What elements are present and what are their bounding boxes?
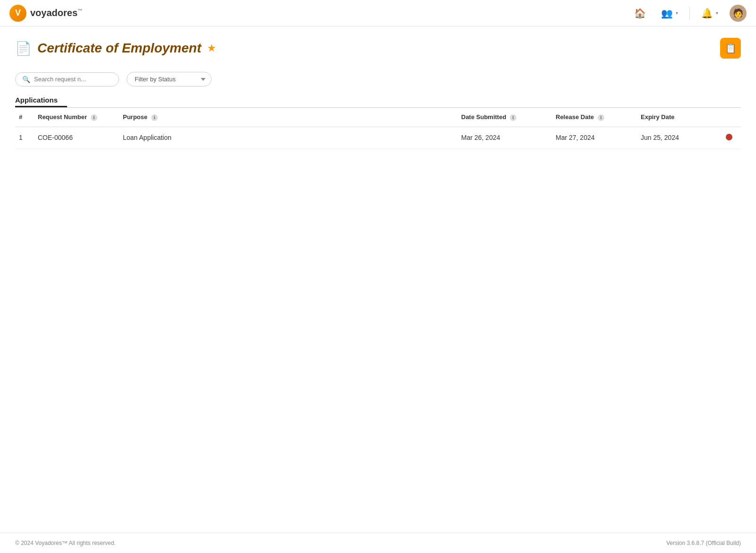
page-title-area: 📄 Certificate of Employment ★	[15, 41, 216, 56]
page-title: Certificate of Employment	[37, 41, 201, 56]
footer: © 2024 Voyadores™ All rights reserved. V…	[0, 533, 756, 553]
main-content: 📄 Certificate of Employment ★ 📋 🔍 Filter…	[0, 26, 756, 533]
logo-area: V voyadores™	[9, 5, 630, 22]
sort-icon-date-submitted[interactable]: ℹ	[510, 114, 516, 121]
cell-date-submitted: Mar 26, 2024	[457, 127, 552, 148]
cell-request-number: COE-00066	[34, 127, 119, 148]
cell-status	[722, 127, 741, 148]
footer-copyright: © 2024 Voyadores™ All rights reserved.	[15, 540, 116, 546]
col-header-release-date: Release Date ℹ	[552, 108, 637, 127]
col-header-purpose: Purpose ℹ	[119, 108, 457, 127]
bell-caret: ▾	[716, 10, 718, 16]
favorite-star-icon[interactable]: ★	[207, 42, 216, 54]
people-caret: ▾	[676, 10, 678, 16]
filter-row: 🔍 Filter by Status Pending Approved Expi…	[15, 72, 741, 86]
logo-icon: V	[9, 5, 26, 22]
logo-tm: ™	[77, 8, 82, 13]
navbar: V voyadores™ 🏠 👥 ▾ 🔔 ▾ 🧑	[0, 0, 756, 26]
sort-icon-release-date[interactable]: ℹ	[598, 114, 604, 121]
avatar[interactable]: 🧑	[730, 5, 747, 22]
table-header: # Request Number ℹ Purpose ℹ Date Submit…	[15, 108, 741, 127]
table-body: 1 COE-00066 Loan Application Mar 26, 202…	[15, 127, 741, 148]
home-icon: 🏠	[634, 8, 646, 19]
sort-icon-purpose[interactable]: ℹ	[151, 114, 158, 121]
navbar-actions: 🏠 👥 ▾ 🔔 ▾ 🧑	[630, 5, 747, 22]
new-document-icon: 📋	[725, 43, 737, 54]
page-header: 📄 Certificate of Employment ★ 📋	[15, 38, 741, 59]
table-header-row: # Request Number ℹ Purpose ℹ Date Submit…	[15, 108, 741, 127]
col-header-expiry-date: Expiry Date	[637, 108, 722, 127]
bell-icon: 🔔	[701, 8, 713, 19]
status-dot	[726, 134, 732, 140]
col-header-status	[722, 108, 741, 127]
status-filter-select[interactable]: Filter by Status Pending Approved Expire…	[127, 72, 212, 86]
search-box: 🔍	[15, 72, 119, 86]
section-label: Applications	[15, 96, 741, 104]
sort-icon-request[interactable]: ℹ	[91, 114, 97, 121]
new-document-button[interactable]: 📋	[720, 38, 741, 59]
notifications-button[interactable]: 🔔 ▾	[697, 6, 722, 21]
applications-table: # Request Number ℹ Purpose ℹ Date Submit…	[15, 108, 741, 149]
cell-num: 1	[15, 127, 34, 148]
logo-text: voyadores™	[30, 8, 82, 18]
people-button[interactable]: 👥 ▾	[657, 6, 682, 21]
footer-version: Version 3.6.8.7 (Official Build)	[666, 540, 741, 546]
table-row[interactable]: 1 COE-00066 Loan Application Mar 26, 202…	[15, 127, 741, 148]
nav-divider	[689, 7, 690, 20]
home-button[interactable]: 🏠	[630, 6, 650, 21]
search-input[interactable]	[34, 76, 112, 83]
cell-purpose: Loan Application	[119, 127, 457, 148]
col-header-num: #	[15, 108, 34, 127]
avatar-image: 🧑	[733, 8, 743, 18]
applications-section: Applications # Request Number ℹ Purpose …	[15, 96, 741, 149]
cell-expiry-date: Jun 25, 2024	[637, 127, 722, 148]
search-icon: 🔍	[22, 76, 30, 83]
cell-release-date: Mar 27, 2024	[552, 127, 637, 148]
col-header-request-number: Request Number ℹ	[34, 108, 119, 127]
col-header-date-submitted: Date Submitted ℹ	[457, 108, 552, 127]
people-icon: 👥	[661, 8, 673, 19]
page-document-icon: 📄	[15, 41, 32, 56]
